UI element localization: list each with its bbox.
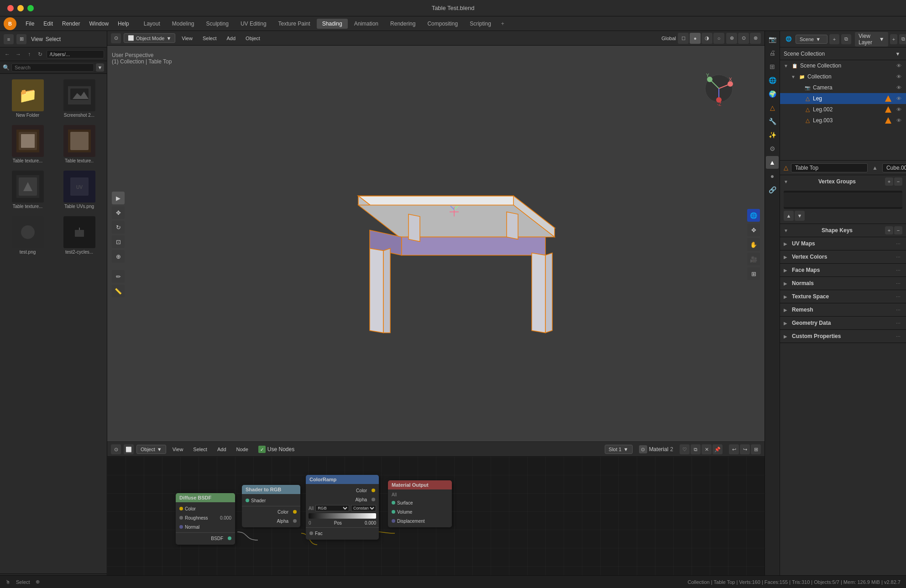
object-mode-selector[interactable]: ⬜ Object Mode ▼: [124, 33, 175, 43]
sk-add-button[interactable]: +: [885, 226, 893, 234]
heart-icon[interactable]: ♡: [680, 444, 690, 454]
world-properties-icon[interactable]: 🌍: [766, 88, 779, 100]
shader-to-rgb-node[interactable]: Shader to RGB Shader Color A: [242, 485, 300, 527]
list-item[interactable]: UV Table UVs.png: [55, 169, 103, 211]
menu-help[interactable]: Help: [114, 19, 133, 29]
add-workspace-button[interactable]: +: [498, 19, 508, 29]
select-label[interactable]: Select: [46, 36, 61, 42]
nav-up-button[interactable]: ↑: [25, 50, 34, 59]
shading-rendered-button[interactable]: ○: [713, 33, 724, 44]
view-label[interactable]: View: [31, 36, 43, 42]
nav-forward-button[interactable]: →: [14, 50, 23, 59]
list-item[interactable]: test2-cycles...: [55, 214, 103, 256]
cursor-tool-button[interactable]: ✥: [747, 224, 760, 236]
scene-properties-icon[interactable]: 🌐: [766, 74, 779, 87]
node-object-selector[interactable]: Object ▼: [136, 445, 166, 454]
viewport-menu-icon[interactable]: ⊙: [111, 33, 121, 43]
copy-icon[interactable]: ⧉: [691, 444, 701, 454]
list-item[interactable]: Table texture...: [4, 169, 52, 211]
vertex-groups-header[interactable]: ▼ Vertex Groups + −: [780, 175, 906, 188]
constraints-icon[interactable]: 🔗: [766, 183, 779, 196]
close-button[interactable]: [7, 5, 14, 11]
diffuse-bsdf-node[interactable]: Diffuse BSDF Color Roughness 0.000: [176, 493, 235, 545]
view-layer-properties-icon[interactable]: ⊞: [766, 60, 779, 73]
tab-texture-paint[interactable]: Texture Paint: [273, 19, 316, 29]
mesh-name-input[interactable]: [882, 163, 906, 172]
view-lock-button[interactable]: 🌐: [747, 209, 760, 222]
data-properties-icon[interactable]: ▲: [766, 156, 779, 169]
outliner-camera[interactable]: 📷 Camera 👁: [780, 82, 906, 93]
render-properties-icon[interactable]: 📷: [766, 33, 779, 46]
outliner-leg002[interactable]: △ Leg.002 👁: [780, 104, 906, 115]
outliner-scene-collection[interactable]: ▼ 📋 Scene Collection 👁: [780, 60, 906, 71]
node-editor-canvas[interactable]: Diffuse BSDF Color Roughness 0.000: [107, 457, 765, 588]
node-view-button[interactable]: View: [169, 445, 187, 453]
tab-uv-editing[interactable]: UV Editing: [235, 19, 272, 29]
menu-window[interactable]: Window: [85, 19, 112, 29]
viewport-add-button[interactable]: Add: [223, 34, 240, 42]
search-input[interactable]: [11, 63, 94, 72]
modifier-properties-icon[interactable]: 🔧: [766, 115, 779, 128]
tab-modeling[interactable]: Modeling: [167, 19, 200, 29]
scene-selector[interactable]: Scene ▼: [796, 35, 827, 44]
color-ramp-node[interactable]: ColorRamp Color Alpha All: [306, 475, 379, 540]
filter-icon[interactable]: ▼: [96, 63, 104, 72]
pin-icon[interactable]: 📌: [712, 444, 723, 454]
node-context-icon[interactable]: ⬜: [124, 444, 134, 454]
object-name-input[interactable]: [791, 163, 868, 172]
tab-rendering[interactable]: Rendering: [385, 19, 421, 29]
object-properties-icon[interactable]: △: [766, 101, 779, 114]
node-select-button[interactable]: Select: [189, 445, 211, 453]
menu-render[interactable]: Render: [58, 19, 84, 29]
redo-icon[interactable]: ↪: [740, 444, 750, 454]
tab-sculpting[interactable]: Sculpting: [201, 19, 234, 29]
shape-keys-header[interactable]: ▼ Shape Keys + −: [780, 224, 906, 237]
material-properties-icon[interactable]: ●: [766, 170, 779, 182]
viewport-view-button[interactable]: View: [178, 34, 196, 42]
camera-view-button[interactable]: 🎥: [747, 253, 760, 265]
leg-eye-icon[interactable]: 👁: [895, 95, 902, 102]
particles-properties-icon[interactable]: ✨: [766, 129, 779, 141]
new-scene-icon[interactable]: +: [829, 34, 839, 44]
menu-file[interactable]: File: [22, 19, 38, 29]
tab-animation[interactable]: Animation: [349, 19, 384, 29]
normals-header[interactable]: ▶ Normals ⋯: [780, 277, 906, 290]
use-nodes-checkbox[interactable]: ✓: [258, 446, 266, 453]
outliner-filter-icon[interactable]: ▼: [893, 49, 902, 58]
texture-space-header[interactable]: ▶ Texture Space ⋯: [780, 290, 906, 303]
gizmo-toggle-button[interactable]: ⊕: [726, 33, 737, 44]
nav-refresh-button[interactable]: ↻: [36, 50, 45, 59]
duplicate-view-layer-icon[interactable]: ⧉: [899, 34, 906, 44]
scale-tool-button[interactable]: ⊡: [112, 235, 125, 248]
vg-scroll-up[interactable]: ▲: [784, 211, 794, 221]
physics-properties-icon[interactable]: ⚙: [766, 142, 779, 155]
undo-icon[interactable]: ↩: [729, 444, 739, 454]
list-item[interactable]: Table texture...: [4, 123, 52, 165]
list-item[interactable]: test.png: [4, 214, 52, 256]
viewport-select-button[interactable]: Select: [199, 34, 220, 42]
annotate-tool-button[interactable]: ✏: [112, 270, 125, 283]
remesh-header[interactable]: ▶ Remesh ⋯: [780, 303, 906, 316]
vertex-colors-header[interactable]: ▶ Vertex Colors ⋯: [780, 250, 906, 263]
list-item[interactable]: Screenshot 2...: [55, 78, 103, 120]
node-node-button[interactable]: Node: [233, 445, 252, 453]
tab-layout[interactable]: Layout: [138, 19, 166, 29]
shading-material-button[interactable]: ◑: [702, 33, 712, 44]
maximize-button[interactable]: [27, 5, 34, 11]
xray-button[interactable]: ⊗: [750, 33, 761, 44]
viewport-object-button[interactable]: Object: [242, 34, 264, 42]
move-tool-button[interactable]: ✥: [112, 206, 125, 219]
color-ramp-bar[interactable]: [309, 513, 376, 519]
new-view-layer-icon[interactable]: +: [890, 34, 898, 44]
uv-maps-header[interactable]: ▶ UV Maps ⋯: [780, 237, 906, 250]
vis-eye-icon[interactable]: 👁: [895, 62, 902, 69]
custom-properties-header[interactable]: ▶ Custom Properties ⋯: [780, 330, 906, 343]
select-tool-button[interactable]: ▶: [112, 192, 125, 204]
cr-mode-select[interactable]: Constan...: [351, 505, 376, 511]
node-editor-menu-icon[interactable]: ⊙: [111, 444, 121, 454]
menu-edit[interactable]: Edit: [40, 19, 57, 29]
vg-add-button[interactable]: +: [885, 177, 893, 186]
tab-compositing[interactable]: Compositing: [422, 19, 463, 29]
vg-remove-button[interactable]: −: [894, 177, 902, 186]
overlay-button[interactable]: ⊙: [738, 33, 749, 44]
